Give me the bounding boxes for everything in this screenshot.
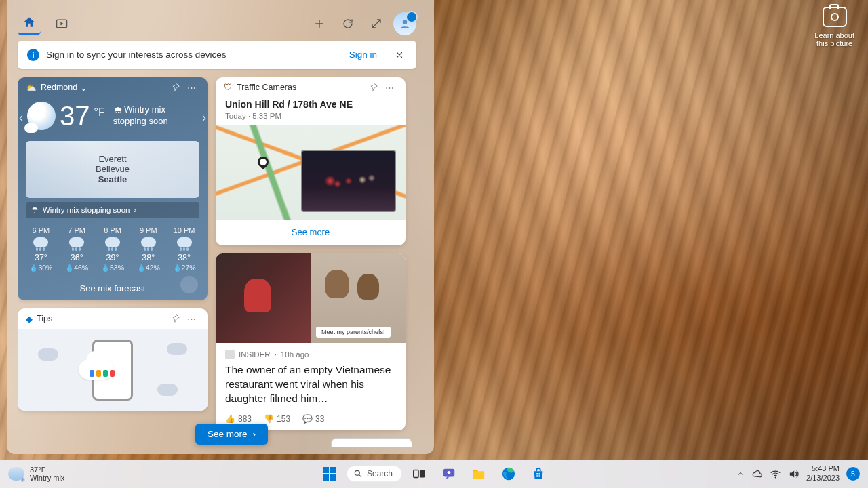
weather-location-dropdown[interactable]: Redmond ⌄ <box>41 83 87 93</box>
notif-count: 5 <box>851 470 855 478</box>
chevron-down-icon: ⌄ <box>80 83 87 93</box>
news-caption: Meet my parents/chefs! <box>316 327 391 338</box>
svg-rect-4 <box>420 470 425 478</box>
see-more-button[interactable]: See more › <box>195 424 268 445</box>
weather-alert-text: Wintry mix stopping soon <box>43 206 130 214</box>
taskbar-clock[interactable]: 5:43 PM 2/13/2023 <box>806 464 840 483</box>
thumbs-up-icon: 👍 <box>225 414 235 424</box>
taskbar-right: 5:43 PM 2/13/2023 5 <box>736 464 860 483</box>
svg-rect-3 <box>414 470 418 478</box>
rain-icon <box>105 237 120 247</box>
tips-pin-button[interactable] <box>171 314 180 323</box>
signin-close-button[interactable] <box>392 47 407 62</box>
svg-point-1 <box>403 20 408 24</box>
taskbar-edge-button[interactable] <box>496 462 521 485</box>
hourly-item[interactable]: 9 PM38°💧42% <box>137 226 160 272</box>
expand-button[interactable] <box>365 12 388 35</box>
task-view-button[interactable] <box>406 462 432 485</box>
weather-pin-button[interactable] <box>171 83 180 92</box>
store-icon <box>531 466 546 481</box>
notifications-button[interactable]: 5 <box>846 467 860 481</box>
taskbar-center: Search <box>317 462 551 485</box>
widgets-grid: ⛅ Redmond ⌄ ⋯ ‹ 37 °F 🌧 Wi <box>18 77 416 447</box>
map-label: Bellevue <box>96 164 130 174</box>
widgets-watch-tab[interactable] <box>50 12 73 35</box>
weather-icon <box>8 467 24 481</box>
weather-alert-link[interactable]: ☂ Wintry mix stopping soon › <box>26 202 199 218</box>
tips-widget[interactable]: ◆ Tips ⋯ <box>18 308 208 411</box>
news-comments-button[interactable]: 💬33 <box>302 414 324 424</box>
taskbar-search-button[interactable]: Search <box>347 466 402 482</box>
tray-overflow-button[interactable] <box>736 470 745 478</box>
person-icon <box>398 17 412 30</box>
chevron-right-icon: › <box>253 429 256 439</box>
hourly-item[interactable]: 10 PM38°💧27% <box>173 226 196 272</box>
taskbar-time: 5:43 PM <box>806 464 840 474</box>
rain-icon <box>69 237 84 247</box>
taskbar-explorer-button[interactable] <box>466 462 492 485</box>
news-headline[interactable]: The owner of an empty Vietnamese restaur… <box>216 359 406 410</box>
weather-condition: 🌧 Wintry mix stopping soon <box>113 104 168 127</box>
account-avatar-button[interactable] <box>393 12 416 35</box>
speaker-icon <box>788 468 800 480</box>
news-dislike-button[interactable]: 👎153 <box>264 414 290 424</box>
thumbs-down-icon: 👎 <box>264 414 274 424</box>
hourly-item[interactable]: 6 PM37°💧30% <box>29 226 52 272</box>
tray-wifi-icon[interactable] <box>770 468 781 480</box>
traffic-map[interactable] <box>216 125 406 220</box>
news-like-button[interactable]: 👍883 <box>225 414 252 424</box>
next-card-peek[interactable] <box>331 438 412 447</box>
taskbar-weather-cond: Wintry mix <box>30 474 64 482</box>
info-icon: i <box>27 49 39 61</box>
tips-icon: ◆ <box>26 314 33 324</box>
weather-more-button[interactable]: ⋯ <box>184 83 199 93</box>
hourly-item[interactable]: 8 PM39°💧53% <box>101 226 124 272</box>
learn-about-picture-button[interactable]: Learn about this picture <box>814 7 854 47</box>
pin-icon <box>171 314 180 323</box>
weather-widget[interactable]: ⛅ Redmond ⌄ ⋯ ‹ 37 °F 🌧 Wi <box>18 77 208 300</box>
rain-icon <box>33 237 48 247</box>
news-thumbnail: Meet my parents/chefs! <box>216 253 406 343</box>
traffic-cam-name: Union Hill Rd / 178th Ave NE <box>225 98 396 110</box>
svg-point-6 <box>448 471 451 474</box>
news-source-icon <box>225 350 235 359</box>
traffic-shield-icon: 🛡 <box>224 83 233 92</box>
taskbar-chat-button[interactable] <box>436 462 462 485</box>
rain-icon <box>141 237 156 247</box>
add-widget-button[interactable] <box>308 12 331 35</box>
widgets-home-tab[interactable] <box>18 12 41 35</box>
taskbar: 37°F Wintry mix Search <box>0 460 868 488</box>
widgets-header <box>18 7 416 41</box>
weather-map[interactable]: Everett Bellevue Seattle <box>26 141 199 198</box>
signin-link[interactable]: Sign in <box>349 49 377 60</box>
news-card[interactable]: Meet my parents/chefs! INSIDER · 10h ago… <box>216 253 406 430</box>
traffic-cam-time: Today · 5:33 PM <box>225 112 396 120</box>
home-icon <box>22 16 36 29</box>
traffic-cameras-widget[interactable]: 🛡 Traffic Cameras ⋯ Union Hill Rd / 178t… <box>216 77 406 245</box>
search-icon <box>353 469 363 479</box>
refresh-button[interactable] <box>336 12 359 35</box>
weather-partly-icon: ⛅ <box>26 83 37 93</box>
learn-about-label-2: this picture <box>814 39 854 47</box>
weather-next-button[interactable]: › <box>202 110 206 125</box>
traffic-pin-button[interactable] <box>369 83 378 92</box>
signin-banner: i Sign in to sync your interests across … <box>18 41 416 69</box>
taskbar-weather-button[interactable]: 37°F Wintry mix <box>8 466 64 482</box>
weather-prev-button[interactable]: ‹ <box>19 110 23 125</box>
weather-temp: 37 <box>60 101 90 131</box>
tray-volume-icon[interactable] <box>788 468 800 480</box>
traffic-cam-thumbnail[interactable] <box>301 150 396 212</box>
widgets-panel: i Sign in to sync your interests across … <box>7 0 434 454</box>
play-rect-icon <box>55 17 68 30</box>
tips-more-button[interactable]: ⋯ <box>184 314 199 324</box>
see-forecast-link[interactable]: See mix forecast <box>18 277 208 300</box>
wifi-icon <box>770 468 781 480</box>
cloud-icon <box>751 468 763 480</box>
hourly-item[interactable]: 7 PM36°💧46% <box>65 226 88 272</box>
traffic-see-more-link[interactable]: See more <box>225 220 396 240</box>
tray-onedrive-icon[interactable] <box>751 468 763 480</box>
traffic-more-button[interactable]: ⋯ <box>382 83 397 93</box>
taskbar-store-button[interactable] <box>526 462 551 485</box>
signin-message: Sign in to sync your interests across de… <box>46 49 226 60</box>
start-button[interactable] <box>317 462 342 485</box>
